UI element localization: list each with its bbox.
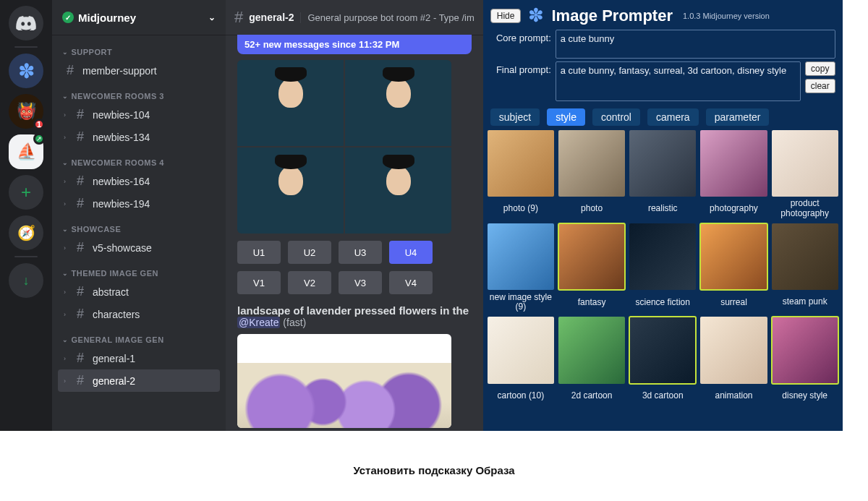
channel-newbies-134[interactable]: ›#newbies-134 <box>58 126 220 148</box>
channel-category[interactable]: ⌄NEWCOMER ROOMS 3 <box>58 82 220 103</box>
channel-label: newbies-104 <box>93 109 150 121</box>
style-thumb-new-image-style-9-[interactable]: new image style (9) <box>488 223 554 312</box>
channel-category[interactable]: ⌄SHOWCASE <box>58 215 220 236</box>
prompter-logo-icon: ✽ <box>528 4 544 27</box>
upscale-u3-button[interactable]: U3 <box>339 241 382 264</box>
upscale-u1-button[interactable]: U1 <box>237 241 281 264</box>
channel-newbies-194[interactable]: ›#newbies-194 <box>58 192 220 215</box>
style-thumb-steam-punk[interactable]: steam punk <box>772 223 838 312</box>
thumb-image <box>558 130 625 197</box>
style-thumb-animation[interactable]: animation <box>700 317 767 406</box>
tab-camera[interactable]: camera <box>647 108 699 126</box>
server-midjourney[interactable]: ✽ <box>9 53 43 88</box>
explore-servers-button[interactable]: 🧭 <box>9 215 43 250</box>
copy-button[interactable]: copy <box>805 61 835 76</box>
style-thumb-fantasy[interactable]: fantasy <box>558 223 625 312</box>
lavender-image[interactable] <box>237 334 451 428</box>
variation-v2-button[interactable]: V2 <box>288 271 331 294</box>
channel-general-1[interactable]: ›#general-1 <box>58 347 220 369</box>
rail-separator <box>14 46 38 48</box>
style-thumb-photography[interactable]: photography <box>700 130 767 219</box>
unread-badge: 1 <box>33 119 45 130</box>
channel-category[interactable]: ⌄SUPPORT <box>58 38 220 59</box>
gen-image-1 <box>237 60 344 146</box>
hash-icon: # <box>74 196 87 211</box>
variation-v4-button[interactable]: V4 <box>389 271 433 294</box>
mention-line: @Kreate (fast) <box>237 317 472 328</box>
channel-newbies-164[interactable]: ›#newbies-164 <box>58 170 220 192</box>
channel-label: newbies-164 <box>93 176 150 187</box>
style-thumb-cartoon-10-[interactable]: cartoon (10) <box>488 317 554 406</box>
user-mention[interactable]: @Kreate <box>237 317 280 328</box>
style-thumb-surreal[interactable]: surreal <box>700 223 767 312</box>
style-thumb-realistic[interactable]: realistic <box>629 130 696 219</box>
thumb-image <box>629 223 696 290</box>
caret-down-icon: ⌄ <box>62 226 69 233</box>
tab-style[interactable]: style <box>547 108 585 126</box>
server-other-2[interactable]: ⛵ ↗ <box>9 134 43 169</box>
channel-characters[interactable]: ›#characters <box>58 303 220 325</box>
final-prompt-label: Final prompt: <box>490 61 551 75</box>
gen-image-3 <box>237 147 344 234</box>
channel-label: v5-showcase <box>93 242 152 254</box>
boost-indicator-icon: ↗ <box>33 133 45 145</box>
thumb-caption: photo (9) <box>503 199 538 219</box>
variation-v3-button[interactable]: V3 <box>339 271 382 294</box>
hash-icon: # <box>74 107 87 122</box>
thumb-image <box>558 223 625 290</box>
gen-image-4 <box>345 147 451 234</box>
style-thumb-photo-9-[interactable]: photo (9) <box>488 130 554 219</box>
add-server-button[interactable]: + <box>9 175 43 210</box>
style-thumb-2d-cartoon[interactable]: 2d cartoon <box>558 317 625 406</box>
upscale-u4-button[interactable]: U4 <box>389 241 433 264</box>
core-prompt-input[interactable] <box>556 30 835 59</box>
style-thumb-disney-style[interactable]: disney style <box>772 317 838 406</box>
final-prompt-input[interactable] <box>556 61 801 101</box>
hash-icon: # <box>74 307 87 322</box>
core-prompt-label: Core prompt: <box>490 30 551 43</box>
image-grid[interactable] <box>237 60 451 234</box>
hash-icon: # <box>234 8 243 27</box>
channel-sidebar: ✓ Midjourney ⌄ ⌄SUPPORT#member-support⌄N… <box>52 0 226 431</box>
channel-general-2[interactable]: ›#general-2 <box>58 369 220 392</box>
style-thumb-3d-cartoon[interactable]: 3d cartoon <box>629 317 696 406</box>
channel-label: abstract <box>93 286 129 298</box>
hide-button[interactable]: Hide <box>490 9 522 23</box>
caret-right-icon: › <box>64 111 68 119</box>
style-thumb-science-fiction[interactable]: science fiction <box>629 223 696 312</box>
new-messages-bar[interactable]: 52+ new messages since 11:32 PM <box>237 35 472 54</box>
channel-member-support[interactable]: #member-support <box>58 59 220 82</box>
plus-icon: + <box>21 182 31 202</box>
thumb-caption: product photography <box>772 199 838 219</box>
chat-area: # general-2 General purpose bot room #2 … <box>226 0 483 431</box>
tab-parameter[interactable]: parameter <box>706 108 770 126</box>
channel-newbies-104[interactable]: ›#newbies-104 <box>58 103 220 126</box>
caret-down-icon: ⌄ <box>62 48 69 56</box>
clear-button[interactable]: clear <box>805 79 835 93</box>
server-header[interactable]: ✓ Midjourney ⌄ <box>52 0 226 35</box>
chat-header: # general-2 General purpose bot room #2 … <box>226 0 483 35</box>
caret-down-icon: ⌄ <box>62 159 69 166</box>
thumb-image <box>772 317 838 383</box>
tab-control[interactable]: control <box>592 108 640 126</box>
channel-v5-showcase[interactable]: ›#v5-showcase <box>58 236 220 259</box>
discord-home[interactable] <box>9 6 43 40</box>
discord-logo-icon <box>16 16 36 30</box>
style-thumb-photo[interactable]: photo <box>558 130 625 219</box>
channel-category[interactable]: ⌄THEMED IMAGE GEN <box>58 259 220 281</box>
style-thumb-product-photography[interactable]: product photography <box>772 130 838 219</box>
server-other-1[interactable]: 👹 1 <box>9 94 43 129</box>
channel-abstract[interactable]: ›#abstract <box>58 281 220 303</box>
variation-v1-button[interactable]: V1 <box>237 271 281 294</box>
mention-suffix: (fast) <box>283 317 306 328</box>
tab-subject[interactable]: subject <box>490 108 540 126</box>
caret-down-icon: ⌄ <box>62 336 69 343</box>
thumb-image <box>772 223 838 290</box>
channel-list: ⌄SUPPORT#member-support⌄NEWCOMER ROOMS 3… <box>52 35 226 431</box>
download-apps-button[interactable]: ↓ <box>9 263 43 298</box>
server-name: Midjourney <box>78 12 136 24</box>
upscale-u2-button[interactable]: U2 <box>288 241 331 264</box>
chat-body: U1U2U3U4 V1V2V3V4 landscape of lavender … <box>226 60 483 431</box>
channel-category[interactable]: ⌄NEWCOMER ROOMS 4 <box>58 148 220 170</box>
channel-category[interactable]: ⌄GENERAL IMAGE GEN <box>58 325 220 347</box>
